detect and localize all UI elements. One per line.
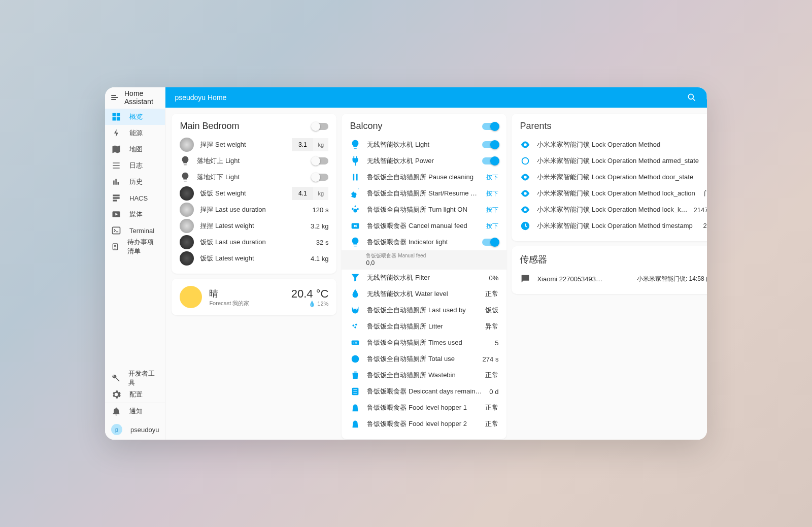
svg-point-19 (355, 326, 357, 328)
app-window: Home Assistant 概览能源地图日志历史HACS媒体Terminal待… (105, 87, 707, 440)
action-button[interactable]: 按下 (486, 189, 498, 198)
entity-row[interactable]: 捏捏 Latest weight3.2 kg (180, 218, 328, 234)
toggle-switch[interactable] (482, 141, 498, 148)
message-icon (520, 273, 531, 284)
svg-rect-8 (113, 227, 120, 234)
entity-row[interactable]: 小米米家智能门锁 Lock Operation Method人工 (520, 137, 707, 153)
sidebar-item-list[interactable]: 日志 (105, 157, 165, 174)
entity-row[interactable]: 鲁饭饭喂食器 Desiccant days remaining0 d (350, 383, 498, 400)
gear-icon (111, 389, 121, 400)
bulb-blue-icon (180, 155, 191, 167)
menu-icon[interactable] (111, 93, 118, 102)
svg-rect-2 (113, 117, 116, 121)
card-title: Main Bedroom (180, 121, 239, 131)
entity-row[interactable]: Xiaomi 2270053493 mess…小米米家智能门锁: 14:58 门… (520, 271, 707, 287)
eye-icon (520, 139, 531, 150)
food-icon (350, 418, 361, 430)
litter-icon (350, 321, 361, 332)
entity-row[interactable]: 鲁饭饭喂食器 Food level hopper 2正常 (350, 416, 498, 432)
sidebar-item-dashboard[interactable]: 概览 (105, 109, 165, 125)
sidebar-item-media[interactable]: 媒体 (105, 206, 165, 222)
entity-row[interactable]: 小米米家智能门锁 Lock Operation Method armed_sta… (520, 153, 707, 169)
toggle-switch[interactable] (312, 174, 328, 181)
sidebar-item-bolt[interactable]: 能源 (105, 125, 165, 141)
sidebar-item-hacs[interactable]: HACS (105, 190, 165, 206)
sidebar-item-terminal[interactable]: Terminal (105, 222, 165, 239)
entity-row[interactable]: 饭饭 Latest weight4.1 kg (180, 250, 328, 267)
action-button[interactable]: 按下 (486, 173, 498, 182)
entity-row[interactable]: 小米米家智能门锁 Lock Operation Method lock_acti… (520, 185, 707, 202)
entity-row[interactable]: 小米米家智能门锁 Lock Operation Method door_stat… (520, 169, 707, 185)
app-title: Home Assistant (124, 89, 159, 106)
sidebar-item-chart[interactable]: 历史 (105, 174, 165, 190)
entity-row[interactable]: 鲁饭饭全自动猫厕所 Start/Resume cleaning按下 (350, 185, 498, 202)
entity-row[interactable]: 捏捏 Last use duration120 s (180, 202, 328, 218)
entity-row[interactable]: 小米米家智能门锁 Lock Operation Method lock_k…21… (520, 202, 707, 218)
entity-row[interactable]: 鲁饭饭喂食器 Indicator light (350, 234, 498, 250)
broom-blue-icon (350, 188, 361, 199)
entity-row[interactable]: 落地灯下 Light (180, 169, 328, 185)
sidebar-item-todo[interactable]: 待办事项清单 (105, 239, 165, 255)
sidebar: Home Assistant 概览能源地图日志历史HACS媒体Terminal待… (105, 87, 165, 440)
entity-row[interactable]: 鲁饭饭喂食器 Food level hopper 1正常 (350, 400, 498, 416)
card-toggle[interactable] (482, 123, 498, 130)
bulb-blue-icon (350, 237, 361, 248)
entity-row[interactable]: 鲁饭饭全自动猫厕所 Last used by饭饭 (350, 302, 498, 318)
chat-icon[interactable] (706, 92, 707, 103)
entity-row[interactable]: 饭饭 Last use duration32 s (180, 234, 328, 250)
chart-icon (111, 177, 121, 187)
entity-row[interactable]: 05鲁饭饭全自动猫厕所 Times used5 (350, 335, 498, 351)
entity-row[interactable]: 无线智能饮水机 Filter0% (350, 270, 498, 286)
bulb-blue-icon (350, 139, 361, 150)
svg-point-16 (356, 309, 357, 310)
entity-row[interactable]: 鲁饭饭全自动猫厕所 Wastebin正常 (350, 367, 498, 383)
sidebar-item-map[interactable]: 地图 (105, 141, 165, 157)
svg-rect-13 (356, 174, 358, 181)
weight-input[interactable] (292, 187, 313, 200)
entity-row[interactable]: 鲁饭饭全自动猫厕所 Litter异常 (350, 318, 498, 335)
dashboard-content: Main Bedroom 捏捏 Set weightkg落地灯上 Light落地… (165, 108, 707, 440)
entity-row[interactable]: 捏捏 Set weightkg (180, 137, 328, 153)
topbar-title: pseudoyu Home (175, 93, 226, 102)
sidebar-notifications[interactable]: 通知 (105, 403, 165, 419)
action-button[interactable]: 按下 (486, 222, 498, 230)
toggle-switch[interactable] (312, 157, 328, 164)
svg-point-15 (354, 309, 355, 310)
manual-feed-row[interactable]: 鲁饭饭喂食器 Manual feed0,0 (342, 250, 506, 270)
sidebar-user[interactable]: p pseudoyu (105, 419, 165, 440)
weight-input[interactable] (292, 138, 313, 151)
main-bedroom-card: Main Bedroom 捏捏 Set weightkg落地灯上 Light落地… (172, 114, 336, 274)
clock-icon (350, 353, 361, 365)
sidebar-dev-tools[interactable]: 开发者工具 (105, 370, 165, 386)
sidebar-nav: 概览能源地图日志历史HACS媒体Terminal待办事项清单 (105, 108, 165, 255)
card-toggle[interactable] (312, 123, 328, 130)
entity-row[interactable]: 鲁饭饭全自动猫厕所 Turn light ON按下 (350, 202, 498, 218)
action-button[interactable]: 按下 (486, 206, 498, 214)
entity-row[interactable]: 无线智能饮水机 Water level正常 (350, 286, 498, 302)
entity-row[interactable]: 鲁饭饭全自动猫厕所 Total use274 s (350, 351, 498, 367)
balcony-card: Balcony 无线智能饮水机 Light无线智能饮水机 Power鲁饭饭全自动… (342, 114, 506, 439)
svg-point-10 (688, 94, 693, 99)
entity-row[interactable]: 饭饭 Set weightkg (180, 185, 328, 202)
list-icon (111, 160, 121, 171)
cancel-blue-icon (350, 220, 361, 232)
entity-row[interactable]: 无线智能饮水机 Power (350, 153, 498, 169)
weather-card[interactable]: 晴 Forecast 我的家 20.4 °C 💧 12% (172, 279, 336, 315)
pet-avatar-icon (180, 186, 194, 201)
entity-row[interactable]: 无线智能饮水机 Light (350, 137, 498, 153)
eye-icon (520, 204, 531, 215)
filter-icon (350, 272, 361, 283)
toggle-switch[interactable] (482, 157, 498, 164)
plug-blue-icon (350, 155, 361, 167)
svg-point-24 (522, 158, 529, 164)
pet-avatar-icon (180, 138, 194, 152)
sidebar-settings[interactable]: 配置 (105, 386, 165, 403)
eye-icon (520, 172, 531, 183)
entity-row[interactable]: 落地灯上 Light (180, 153, 328, 169)
entity-row[interactable]: 鲁饭饭喂食器 Cancel manual feed按下 (350, 218, 498, 234)
entity-row[interactable]: 小米米家智能门锁 Lock Operation Method timestamp… (520, 218, 707, 234)
search-icon[interactable] (687, 92, 697, 103)
entity-row[interactable]: 鲁饭饭全自动猫厕所 Pause cleaning按下 (350, 169, 498, 185)
toggle-switch[interactable] (482, 239, 498, 246)
svg-rect-0 (113, 113, 116, 117)
